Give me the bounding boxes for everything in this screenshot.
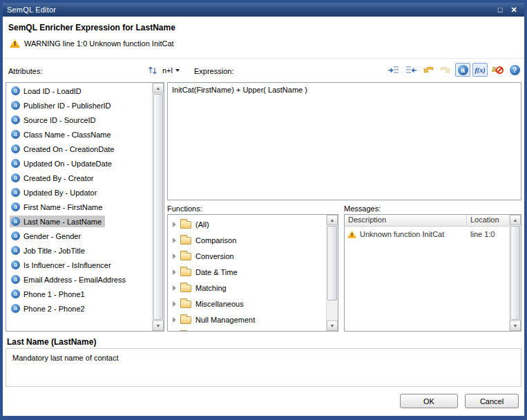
attribute-label: Updated On - UpdateDate — [23, 160, 112, 168]
maximize-icon[interactable]: □ — [494, 6, 506, 14]
help-button[interactable]: ? — [507, 63, 522, 77]
attribute-item[interactable]: aPhone 1 - Phone1 — [6, 287, 152, 301]
function-folder-label: (All) — [195, 220, 209, 229]
messages-scrollbar[interactable]: ▲ ▼ — [509, 215, 521, 331]
expand-arrow-icon[interactable] — [173, 222, 176, 227]
folder-icon — [180, 300, 191, 308]
scrollbar-thumb[interactable] — [510, 226, 520, 320]
redo-expression-button[interactable] — [438, 63, 453, 77]
expression-editor[interactable]: InitCat(FirstName) + Upper( LastName ) — [167, 82, 521, 200]
warning-icon — [10, 39, 20, 48]
attribute-icon: a — [11, 289, 20, 298]
functions-scrollbar[interactable]: ▲ ▼ — [326, 215, 338, 331]
expand-arrow-icon[interactable] — [173, 285, 176, 291]
ok-button[interactable]: OK — [400, 394, 458, 408]
insert-mode-dropdown[interactable]: n+l — [161, 64, 181, 77]
message-description-cell: Unknown function InitCat — [345, 230, 467, 238]
indent-right-button[interactable] — [403, 63, 419, 77]
folder-icon — [180, 285, 191, 292]
scrollbar-thumb[interactable] — [327, 226, 337, 300]
attribute-detail-title: Last Name (LastName) — [7, 337, 96, 347]
expand-arrow-icon[interactable] — [173, 254, 176, 259]
validate-expression-button[interactable] — [421, 63, 436, 77]
attribute-item[interactable]: aPublisher ID - PublisherID — [6, 98, 152, 113]
attribute-item[interactable]: aUpdated On - UpdateDate — [6, 156, 152, 171]
expand-arrow-icon[interactable] — [173, 269, 176, 275]
attribute-item[interactable]: aGender - Gender — [6, 229, 152, 243]
attribute-item[interactable]: aLoad ID - LoadID — [6, 84, 152, 98]
expand-arrow-icon[interactable] — [173, 238, 176, 243]
attribute-item[interactable]: aLast Name - LastName — [6, 214, 152, 229]
function-folder-item[interactable]: Miscellaneous — [168, 296, 326, 312]
indent-left-button[interactable] — [386, 63, 401, 77]
expand-arrow-icon[interactable] — [173, 317, 176, 323]
function-folder-item[interactable]: Numeric — [168, 327, 326, 332]
attribute-description-box: Mandatory last name of contact — [6, 348, 521, 387]
cancel-button[interactable]: Cancel — [465, 394, 519, 408]
attribute-label: Gender - Gender — [23, 232, 81, 240]
attribute-item-content: aUpdated By - Updator — [10, 187, 100, 198]
scroll-down-button[interactable]: ▼ — [153, 321, 164, 331]
message-location: line 1:0 — [467, 230, 509, 238]
toggle-attributes-button[interactable]: a — [455, 63, 470, 77]
attribute-item-content: aFirst Name - FirstName — [10, 201, 106, 213]
scroll-up-button[interactable]: ▲ — [510, 215, 521, 225]
attribute-item[interactable]: aIs Influencer - IsInfluencer — [6, 258, 152, 272]
toggle-errors-button[interactable]: a — [490, 63, 505, 77]
expand-arrow-icon[interactable] — [173, 301, 176, 307]
chevron-down-icon — [175, 69, 180, 72]
function-folder-label: Matching — [195, 284, 227, 292]
sort-button[interactable] — [146, 64, 160, 77]
attribute-item-content: aJob Title - JobTitle — [10, 245, 88, 256]
yellow-arrow-disabled-icon — [439, 64, 452, 75]
attribute-icon: a — [11, 304, 20, 313]
attribute-item[interactable]: aClass Name - ClassName — [6, 127, 152, 142]
attribute-description: Mandatory last name of contact — [12, 354, 118, 362]
attribute-label: Last Name - LastName — [23, 218, 102, 226]
attribute-item[interactable]: aCreated By - Creator — [6, 171, 152, 185]
titlebar[interactable]: SemQL Editor □ ✕ — [3, 3, 524, 17]
close-icon[interactable]: ✕ — [508, 6, 520, 15]
toggle-functions-button[interactable]: f(x) — [472, 63, 488, 77]
messages-col-description[interactable]: Description — [345, 215, 467, 226]
scrollbar-thumb[interactable] — [153, 94, 163, 320]
folder-icon — [180, 269, 191, 276]
attribute-item[interactable]: aEmail Address - EmailAddress — [6, 272, 152, 287]
function-folder-item[interactable]: Matching — [168, 280, 326, 296]
messages-header: Description Location — [345, 215, 521, 227]
messages-label: Messages: — [344, 204, 381, 213]
attribute-item-content: aPhone 1 - Phone1 — [10, 288, 88, 300]
expression-label: Expression: — [194, 67, 233, 75]
warning-text: WARNING line 1:0 Unknown function InitCa… — [24, 39, 174, 48]
attribute-item-content: aPublisher ID - PublisherID — [10, 99, 115, 111]
attribute-item[interactable]: aCreated On - CreationDate — [6, 142, 152, 156]
function-folder-item[interactable]: Conversion — [168, 248, 326, 264]
expression-text[interactable]: InitCat(FirstName) + Upper( LastName ) — [168, 83, 521, 97]
functions-label: Functions: — [167, 204, 202, 213]
attributes-scrollbar[interactable]: ▲ ▼ — [152, 83, 164, 331]
function-folder-item[interactable]: Comparison — [168, 232, 326, 248]
function-folder-item[interactable]: Date & Time — [168, 264, 326, 280]
attribute-item[interactable]: aFirst Name - FirstName — [6, 200, 152, 214]
attribute-item[interactable]: aUpdated By - Updator — [6, 185, 152, 200]
function-folder-item[interactable]: (All) — [168, 216, 326, 232]
help-icon: ? — [510, 65, 520, 75]
dialog-content: SemQL Enricher Expression for LastName W… — [3, 17, 524, 416]
functions-toggle-icon: f(x) — [475, 66, 486, 74]
attribute-label: Publisher ID - PublisherID — [23, 102, 111, 110]
attribute-icon: a — [11, 130, 20, 139]
scroll-down-button[interactable]: ▼ — [510, 321, 521, 331]
attribute-icon: a — [11, 231, 20, 240]
scroll-down-button[interactable]: ▼ — [327, 321, 338, 331]
attribute-item-content: aCreated By - Creator — [10, 172, 97, 184]
message-row[interactable]: Unknown function InitCatline 1:0 — [345, 227, 509, 241]
attribute-item-content: aClass Name - ClassName — [10, 128, 115, 140]
scroll-up-button[interactable]: ▲ — [153, 83, 164, 93]
attribute-item[interactable]: aJob Title - JobTitle — [6, 243, 152, 258]
scroll-up-button[interactable]: ▲ — [327, 215, 338, 225]
attribute-item-content: aLoad ID - LoadID — [10, 85, 85, 97]
attribute-item[interactable]: aSource ID - SourceID — [6, 113, 152, 127]
attribute-icon: a — [11, 101, 20, 110]
attribute-item[interactable]: aPhone 2 - Phone2 — [6, 301, 152, 316]
function-folder-item[interactable]: Null Management — [168, 312, 326, 327]
